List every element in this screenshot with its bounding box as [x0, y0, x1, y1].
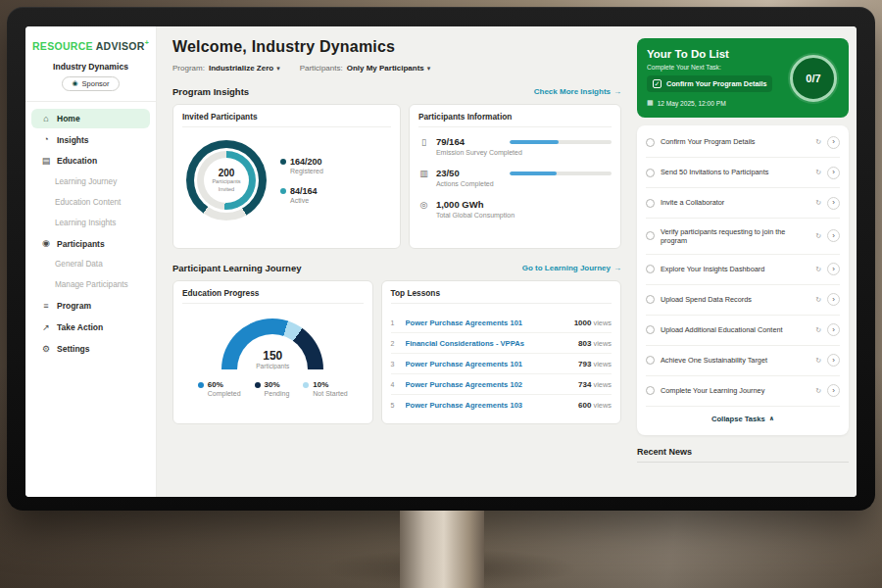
task-label: Explore Your Insights Dashboard	[661, 265, 809, 273]
checkbox-icon[interactable]: ✓	[653, 79, 662, 88]
stat-row: ▯ 79/164 Emission Survey Completed	[418, 136, 612, 156]
legend-dot	[303, 382, 309, 388]
lesson-views: 600 views	[578, 401, 612, 410]
task-row[interactable]: Upload Additional Educational Content ↻ …	[646, 316, 840, 346]
program-insights-title: Program Insights	[172, 86, 249, 97]
app-window: RESOURCE ADVISOR+ Industry Dynamics ◉ Sp…	[25, 26, 857, 497]
todo-tasks-card: Confirm Your Program Details ↻ › Send 50…	[637, 125, 849, 435]
legend-label: Completed	[208, 390, 241, 397]
next-task-row[interactable]: ✓ Confirm Your Program Details	[647, 75, 772, 92]
chevron-right-icon[interactable]: ›	[827, 323, 840, 336]
sidebar-item[interactable]: General Data	[31, 255, 150, 274]
chevron-right-icon[interactable]: ›	[827, 293, 840, 306]
chevron-right-icon[interactable]: ›	[827, 229, 840, 242]
task-radio[interactable]	[646, 169, 655, 177]
refresh-icon: ↻	[815, 326, 821, 334]
stat-progress-bar	[510, 172, 612, 175]
check-more-insights-link[interactable]: Check More Insights →	[534, 87, 621, 96]
task-radio[interactable]	[646, 199, 655, 208]
lesson-row[interactable]: 1 Power Purchase Agreements 101 1000 vie…	[391, 313, 612, 333]
task-label: Send 50 Invitations to Participants	[661, 168, 809, 176]
refresh-icon: ↻	[815, 232, 821, 240]
lesson-views: 793 views	[578, 360, 612, 368]
donut-legend: 164/200 Registered 84/164	[280, 157, 323, 204]
nav-item-label: General Data	[55, 260, 103, 270]
filter-bar: Program: Industrialize Zero ▾ Participan…	[172, 64, 621, 73]
legend-value: 84/164	[290, 186, 318, 196]
sponsor-badge-icon: ◉	[72, 79, 77, 87]
chevron-right-icon[interactable]: ›	[827, 263, 840, 275]
task-row[interactable]: Invite a Collaborator ↻ ›	[646, 188, 840, 219]
chevron-right-icon[interactable]: ›	[827, 197, 840, 210]
task-radio[interactable]	[646, 138, 655, 147]
task-row[interactable]: Achieve One Sustainability Target ↻ ›	[646, 346, 840, 376]
lesson-row[interactable]: 2 Financial Considerations - VPPAs 803 v…	[391, 333, 612, 354]
sidebar-item[interactable]: ▤ Education	[31, 151, 150, 172]
stat-icon: ▯	[418, 137, 429, 147]
sidebar-item[interactable]: ⌂ Home	[31, 109, 150, 129]
nav-item-label: Participants	[57, 239, 105, 249]
donut-center-label: Participants Invited	[212, 178, 240, 193]
sidebar-item[interactable]: Manage Participants	[31, 275, 150, 295]
program-filter-dropdown[interactable]: Industrialize Zero ▾	[209, 64, 280, 73]
refresh-icon: ↻	[815, 266, 821, 273]
refresh-icon: ↻	[815, 296, 821, 304]
education-gauge-chart: 150 Participants 6	[182, 313, 364, 397]
sidebar-item[interactable]: Education Content	[31, 193, 150, 213]
go-to-learning-journey-link[interactable]: Go to Learning Journey →	[522, 264, 621, 272]
sidebar-item[interactable]: ◉ Participants	[31, 233, 150, 254]
legend-label: Not Started	[313, 390, 347, 397]
lesson-rank: 4	[391, 381, 399, 388]
lesson-row[interactable]: 4 Power Purchase Agreements 102 734 view…	[391, 374, 612, 395]
todo-summary-card: Your To Do List Complete Your Next Task:…	[637, 38, 849, 118]
nav-item-label: Learning Journey	[55, 177, 117, 187]
due-date: 12 May 2025, 12:00 PM	[658, 100, 726, 107]
link-label: Check More Insights	[534, 87, 611, 96]
lesson-link[interactable]: Power Purchase Agreements 101	[406, 360, 572, 368]
chevron-right-icon[interactable]: ›	[827, 167, 840, 179]
task-radio[interactable]	[646, 325, 655, 334]
collapse-tasks-button[interactable]: Collapse Tasks ∧	[646, 407, 840, 433]
task-row[interactable]: Upload Spend Data Records ↻ ›	[646, 285, 840, 316]
lesson-link[interactable]: Financial Considerations - VPPAs	[406, 339, 572, 348]
stat-value: 23/50	[436, 168, 460, 178]
sidebar-item[interactable]: ⚙ Settings	[31, 339, 150, 360]
sidebar-item[interactable]: Learning Journey	[31, 172, 150, 192]
task-label: Upload Additional Educational Content	[661, 325, 809, 334]
participants-filter-label: Participants:	[300, 64, 343, 73]
lesson-row[interactable]: 5 Power Purchase Agreements 103 600 view…	[391, 395, 612, 415]
learning-journey-header: Participant Learning Journey Go to Learn…	[172, 263, 621, 273]
task-row[interactable]: Send 50 Invitations to Participants ↻ ›	[646, 158, 840, 188]
program-insights-header: Program Insights Check More Insights →	[172, 86, 621, 97]
task-row[interactable]: Verify participants requesting to join t…	[646, 219, 840, 255]
lesson-link[interactable]: Power Purchase Agreements 102	[406, 380, 572, 389]
task-radio[interactable]	[646, 386, 655, 395]
lessons-list: 1 Power Purchase Agreements 101 1000 vie…	[391, 313, 612, 415]
lesson-link[interactable]: Power Purchase Agreements 103	[406, 401, 572, 410]
lesson-link[interactable]: Power Purchase Agreements 101	[406, 318, 567, 327]
monitor-stand	[400, 511, 484, 588]
todo-progress-ring: 0/7	[790, 55, 837, 102]
task-label: Confirm Your Program Details	[661, 137, 809, 146]
chevron-right-icon[interactable]: ›	[827, 354, 840, 367]
legend-label: Active	[290, 197, 323, 204]
participants-filter-dropdown[interactable]: Only My Participants ▾	[347, 64, 431, 73]
sponsor-badge[interactable]: ◉ Sponsor	[62, 76, 119, 91]
chevron-right-icon[interactable]: ›	[827, 136, 840, 149]
sidebar-item[interactable]: Learning Insights	[31, 214, 150, 233]
task-row[interactable]: Explore Your Insights Dashboard ↻ ›	[646, 255, 840, 285]
task-row[interactable]: Confirm Your Program Details ↻ ›	[646, 127, 840, 158]
refresh-icon: ↻	[815, 169, 821, 176]
sidebar-item[interactable]: ◔ Insights	[31, 129, 150, 150]
task-row[interactable]: Complete Your Learning Journey ↻ ›	[646, 376, 840, 407]
sidebar-item[interactable]: ↗ Take Action	[31, 318, 150, 338]
task-radio[interactable]	[646, 295, 655, 304]
task-radio[interactable]	[646, 231, 655, 240]
lesson-row[interactable]: 3 Power Purchase Agreements 101 793 view…	[391, 354, 612, 374]
chevron-right-icon[interactable]: ›	[827, 384, 840, 397]
task-radio[interactable]	[646, 356, 655, 365]
task-radio[interactable]	[646, 265, 655, 273]
stat-label: Total Global Consumption	[436, 212, 612, 219]
sidebar-item[interactable]: ≡ Program	[31, 296, 150, 317]
task-label: Achieve One Sustainability Target	[661, 356, 809, 365]
